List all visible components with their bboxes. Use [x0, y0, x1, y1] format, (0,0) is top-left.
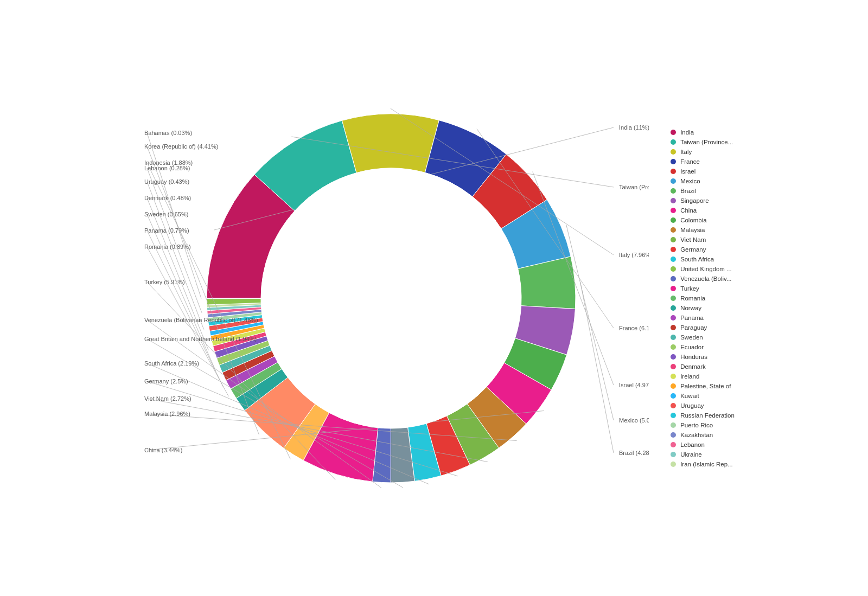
- legend-dot: [671, 227, 676, 233]
- legend-label: Germany: [680, 246, 706, 253]
- legend-label: Turkey: [680, 285, 699, 292]
- legend-dot: [671, 286, 676, 291]
- chart-legend: India Taiwan (Province... Italy France I…: [671, 129, 735, 467]
- legend-item: Norway: [671, 305, 735, 311]
- legend-item: Lebanon: [671, 441, 735, 448]
- legend-item: Brazil: [671, 188, 735, 194]
- legend-item: Israel: [671, 168, 735, 175]
- legend-label: Russian Federation: [680, 412, 735, 419]
- legend-item: Honduras: [671, 354, 735, 360]
- legend-item: Singapore: [671, 197, 735, 204]
- legend-label: Sweden: [680, 334, 703, 341]
- legend-label: United Kingdom ...: [680, 266, 732, 272]
- legend-label: Ireland: [680, 373, 699, 380]
- legend-label: Uruguay: [680, 402, 704, 409]
- legend-label: South Africa: [680, 256, 714, 262]
- chart-label-left: Germany (2.5%): [144, 378, 188, 384]
- chart-label-right: Mexico (5.01%): [619, 417, 649, 424]
- legend-item: Mexico: [671, 178, 735, 184]
- legend-label: Norway: [680, 305, 701, 311]
- donut-chart-area: India (11%)Taiwan (Province of China) (8…: [133, 41, 649, 556]
- legend-item: Ukraine: [671, 451, 735, 458]
- chart-label-right: India (11%): [619, 124, 649, 131]
- legend-item: Sweden: [671, 334, 735, 341]
- legend-label: Ukraine: [680, 451, 702, 458]
- legend-item: Turkey: [671, 285, 735, 292]
- connector-line: [147, 182, 204, 329]
- chart-label-left: South Africa (2.19%): [144, 360, 199, 367]
- legend-item: Colombia: [671, 217, 735, 223]
- legend-item: France: [671, 158, 735, 165]
- chart-label-left: China (3.44%): [144, 447, 182, 453]
- legend-label: Panama: [680, 315, 704, 321]
- donut-segment[interactable]: [342, 113, 439, 172]
- legend-label: Singapore: [680, 197, 709, 204]
- donut-svg: India (11%)Taiwan (Province of China) (8…: [133, 41, 649, 556]
- legend-label: Brazil: [680, 188, 696, 194]
- legend-item: Russian Federation: [671, 412, 735, 419]
- legend-item: Viet Nam: [671, 236, 735, 243]
- legend-item: Panama: [671, 315, 735, 321]
- legend-item: China: [671, 207, 735, 214]
- legend-label: Israel: [680, 168, 695, 175]
- legend-label: Ecuador: [680, 344, 704, 350]
- legend-dot: [671, 296, 676, 301]
- legend-dot: [671, 393, 676, 399]
- legend-label: Taiwan (Province...: [680, 139, 733, 145]
- legend-item: Iran (Islamic Rep...: [671, 461, 735, 467]
- legend-item: Uruguay: [671, 402, 735, 409]
- legend-item: Italy: [671, 149, 735, 155]
- legend-item: Venezuela (Boliv...: [671, 275, 735, 282]
- legend-dot: [671, 422, 676, 428]
- legend-dot: [671, 335, 676, 340]
- legend-label: Kuwait: [680, 393, 699, 399]
- chart-label-left: Bahamas (0.03%): [144, 130, 192, 136]
- legend-label: China: [680, 207, 697, 214]
- legend-dot: [671, 344, 676, 350]
- legend-dot: [671, 432, 676, 438]
- legend-label: Venezuela (Boliv...: [680, 275, 731, 282]
- legend-dot: [671, 139, 676, 145]
- chart-label-right: Taiwan (Province of China) (8.45%): [619, 184, 649, 190]
- chart-label-left: Indonesia (1.88%): [144, 159, 193, 166]
- legend-label: Lebanon: [680, 441, 705, 448]
- legend-item: Germany: [671, 246, 735, 253]
- legend-dot: [671, 383, 676, 389]
- chart-label-right: France (6.15%): [619, 325, 649, 331]
- legend-dot: [671, 247, 676, 252]
- chart-label-right: Israel (4.97%): [619, 382, 649, 388]
- legend-dot: [671, 315, 676, 321]
- chart-label-left: Sweden (0.65%): [144, 211, 188, 217]
- legend-label: Paraguay: [680, 324, 707, 331]
- legend-label: Malaysia: [680, 227, 705, 233]
- legend-label: France: [680, 158, 700, 165]
- chart-label-right: Brazil (4.28%): [619, 450, 649, 456]
- legend-label: Romania: [680, 295, 705, 302]
- connector-line: [580, 282, 614, 453]
- chart-label-left: Viet Nam (2.72%): [144, 395, 192, 402]
- legend-item: United Kingdom ...: [671, 266, 735, 272]
- legend-item: Palestine, State of: [671, 383, 735, 389]
- legend-item: South Africa: [671, 256, 735, 262]
- legend-label: Kazakhstan: [680, 432, 713, 438]
- legend-item: Ecuador: [671, 344, 735, 350]
- legend-dot: [671, 217, 676, 223]
- legend-dot: [671, 149, 676, 155]
- legend-item: Romania: [671, 295, 735, 302]
- legend-dot: [671, 403, 676, 408]
- legend-dot: [671, 178, 676, 184]
- legend-dot: [671, 198, 676, 203]
- legend-label: Palestine, State of: [680, 383, 731, 389]
- legend-item: Taiwan (Province...: [671, 139, 735, 145]
- legend-label: Denmark: [680, 363, 706, 370]
- legend-label: Viet Nam: [680, 236, 706, 243]
- connector-line: [147, 168, 202, 313]
- donut-segment[interactable]: [207, 298, 261, 299]
- legend-dot: [671, 374, 676, 379]
- legend-dot: [671, 169, 676, 174]
- legend-item: Ireland: [671, 373, 735, 380]
- legend-label: Iran (Islamic Rep...: [680, 461, 733, 467]
- chart-label-right: Italy (7.96%): [619, 252, 649, 258]
- legend-item: Puerto Rico: [671, 422, 735, 428]
- legend-item: Kuwait: [671, 393, 735, 399]
